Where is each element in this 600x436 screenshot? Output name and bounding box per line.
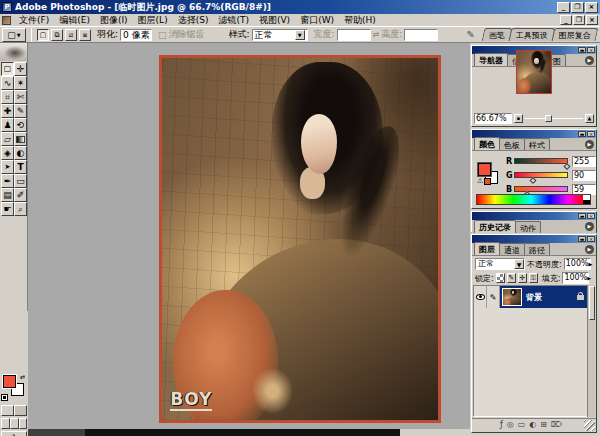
tool-hand[interactable]: ☛ — [1, 202, 14, 216]
adjustment-layer-icon[interactable]: ◐ — [529, 420, 536, 430]
panel-menu-icon[interactable]: ▶ — [585, 222, 594, 231]
selection-intersect-button[interactable]: ⧆ — [79, 29, 91, 41]
tool-zoom[interactable]: ⌕ — [14, 202, 27, 216]
blue-slider[interactable] — [514, 186, 568, 192]
foreground-color-swatch[interactable] — [478, 163, 491, 176]
layer-selected-area[interactable]: 背景 — [500, 286, 588, 308]
panel-resize-grip[interactable] — [584, 420, 595, 431]
panel-menu-icon[interactable]: ▶ — [585, 140, 594, 149]
screen-mode-standard-button[interactable] — [1, 418, 10, 429]
panel-close-icon[interactable]: × — [587, 47, 595, 53]
delete-layer-icon[interactable]: ⌦ — [551, 420, 562, 430]
chevron-down-icon[interactable]: ▼ — [514, 259, 524, 269]
minimize-button[interactable]: _ — [557, 2, 570, 13]
layer-style-icon[interactable]: ƒ — [500, 420, 503, 430]
quickmask-mode-button[interactable] — [14, 405, 27, 416]
standard-mode-button[interactable] — [1, 405, 14, 416]
restore-button[interactable]: ❐ — [571, 2, 584, 13]
lock-transparency-icon[interactable] — [496, 273, 505, 283]
tool-blur[interactable]: ◈ — [1, 146, 14, 160]
tab-actions[interactable]: 动作 — [515, 221, 541, 233]
panel-minimize-icon[interactable]: ▬ — [578, 236, 586, 242]
tool-history-brush[interactable]: ⟲ — [14, 118, 27, 132]
color-ramp[interactable] — [476, 194, 591, 205]
zoom-percent-input[interactable]: 66.67% — [474, 113, 512, 124]
screen-mode-full-button[interactable] — [19, 418, 27, 429]
slider-handle[interactable] — [545, 115, 552, 122]
tool-magic-wand[interactable]: ✶ — [14, 76, 27, 90]
tool-preset-picker[interactable]: ▢ ▼ — [2, 28, 26, 42]
tool-notes[interactable]: ▤ — [1, 188, 14, 202]
tab-paths[interactable]: 路径 — [524, 243, 550, 255]
tool-lasso[interactable]: ∿ — [1, 76, 14, 90]
blue-value-input[interactable]: 59 — [572, 184, 596, 195]
menu-edit[interactable]: 编辑(E) — [54, 14, 95, 26]
tool-move[interactable]: ✛ — [14, 62, 27, 76]
tool-healing-brush[interactable]: ✚ — [1, 104, 14, 118]
tab-navigator[interactable]: 导航器 — [474, 53, 508, 66]
menu-file[interactable]: 文件(F) — [14, 14, 54, 26]
green-value-input[interactable]: 90 — [572, 170, 596, 181]
height-input[interactable] — [404, 29, 438, 41]
tab-color[interactable]: 颜色 — [474, 137, 500, 150]
tab-layers[interactable]: 图层 — [474, 242, 500, 255]
swap-colors-icon[interactable]: ⇄ — [20, 373, 25, 380]
chevron-down-icon[interactable]: ▼ — [295, 30, 305, 40]
document-canvas[interactable]: BOY — [159, 55, 441, 423]
layer-group-icon[interactable]: ▭ — [518, 420, 526, 430]
default-colors-icon[interactable] — [2, 395, 7, 400]
lock-all-icon[interactable]: ⚿ — [529, 273, 538, 283]
layer-row-background[interactable]: ✎ 背景 — [474, 286, 588, 308]
tool-gradient[interactable] — [14, 132, 27, 146]
navigator-zoom-slider[interactable] — [525, 114, 583, 123]
jump-to-imageready-button[interactable]: ✈ — [1, 431, 27, 436]
foreground-color-swatch[interactable] — [3, 375, 16, 388]
menu-window[interactable]: 窗口(W) — [295, 14, 339, 26]
selection-subtract-button[interactable]: ⧄ — [65, 29, 77, 41]
history-title-bar[interactable]: ▬ × — [472, 212, 596, 220]
tool-path-selection[interactable]: ➤ — [1, 160, 14, 174]
scrollbar-thumb[interactable] — [589, 286, 595, 320]
screen-mode-full-menubar-button[interactable] — [10, 418, 19, 429]
style-dropdown[interactable]: 正常 ▼ — [252, 29, 308, 41]
menu-help[interactable]: 帮助(H) — [339, 14, 381, 26]
new-layer-icon[interactable]: ⊞ — [540, 420, 547, 430]
selection-new-button[interactable]: ▢ — [37, 29, 49, 41]
doc-close-button[interactable]: × — [586, 15, 598, 25]
tool-eraser[interactable]: ▱ — [1, 132, 14, 146]
tab-styles[interactable]: 样式 — [524, 138, 550, 150]
layers-scrollbar[interactable] — [587, 285, 595, 417]
menu-filter[interactable]: 滤镜(T) — [213, 14, 254, 26]
lock-pixels-icon[interactable]: ✎ — [507, 273, 516, 283]
navigator-thumbnail[interactable] — [516, 50, 552, 94]
tool-pen[interactable]: ✒ — [1, 174, 14, 188]
menu-select[interactable]: 选择(S) — [173, 14, 214, 26]
visibility-cell[interactable] — [474, 286, 487, 308]
menu-layer[interactable]: 图层(L) — [133, 14, 173, 26]
zoom-in-icon[interactable]: ▲ — [585, 114, 594, 123]
panel-menu-icon[interactable]: ▶ — [585, 56, 594, 65]
tool-brush[interactable]: ✎ — [14, 104, 27, 118]
tool-slice[interactable]: ✄ — [14, 90, 27, 104]
width-input[interactable] — [337, 29, 371, 41]
panel-menu-icon[interactable]: ▶ — [585, 245, 594, 254]
tool-type[interactable]: T — [14, 160, 27, 174]
ramp-endcap[interactable] — [583, 195, 590, 204]
tool-rectangular-marquee[interactable]: ▢ — [1, 62, 14, 76]
lock-position-icon[interactable]: ✛ — [518, 273, 527, 283]
panel-minimize-icon[interactable]: ▬ — [578, 213, 586, 219]
selection-add-button[interactable]: ⧉ — [51, 29, 63, 41]
tool-crop[interactable]: ⌗ — [1, 90, 14, 104]
tool-eyedropper[interactable]: ✐ — [14, 188, 27, 202]
panel-close-icon[interactable]: × — [587, 213, 595, 219]
tool-dodge[interactable]: ◐ — [14, 146, 27, 160]
tab-swatches[interactable]: 色板 — [499, 138, 525, 150]
fill-input[interactable]: 100%▶ — [562, 272, 589, 284]
tab-history[interactable]: 历史记录 — [474, 220, 516, 233]
green-slider[interactable] — [514, 172, 568, 178]
menu-image[interactable]: 图像(I) — [95, 14, 133, 26]
opacity-input[interactable]: 100%▶ — [564, 258, 591, 270]
layer-thumbnail[interactable] — [502, 288, 522, 306]
red-slider[interactable] — [514, 158, 568, 164]
tab-layer-comps[interactable]: 图层复合 — [551, 28, 598, 41]
